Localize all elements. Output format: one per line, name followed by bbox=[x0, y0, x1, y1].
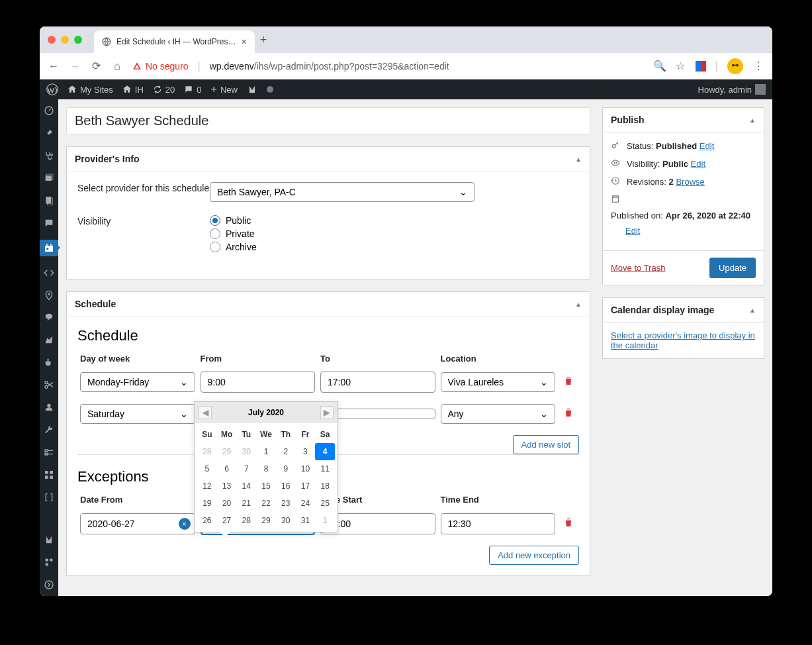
close-window-icon[interactable] bbox=[48, 36, 56, 44]
tools-icon[interactable] bbox=[42, 424, 56, 436]
providers-info-header[interactable]: Provider's Info ▲ bbox=[67, 147, 590, 172]
visibility-archive-radio[interactable]: Archive bbox=[210, 242, 474, 252]
my-sites-link[interactable]: My Sites bbox=[68, 85, 113, 95]
add-exception-button[interactable]: Add new exception bbox=[489, 546, 579, 565]
datepicker-day[interactable]: 19 bbox=[197, 495, 217, 512]
code-icon[interactable] bbox=[42, 267, 56, 279]
comments-icon[interactable] bbox=[42, 217, 56, 229]
zoom-icon[interactable]: 🔍 bbox=[653, 60, 665, 72]
blocks-icon[interactable] bbox=[42, 556, 56, 568]
from-time-input[interactable]: 9:00 bbox=[201, 372, 316, 393]
new-link[interactable]: +New bbox=[211, 83, 238, 95]
edit-date-link[interactable]: Edit bbox=[625, 226, 640, 236]
scissors-icon[interactable] bbox=[42, 379, 56, 391]
browse-revisions-link[interactable]: Browse bbox=[676, 177, 704, 187]
schedule-header[interactable]: Schedule ▲ bbox=[67, 292, 590, 317]
datepicker-day[interactable]: 21 bbox=[236, 495, 256, 512]
comments-link[interactable]: 0 bbox=[184, 85, 201, 95]
datepicker-day[interactable]: 28 bbox=[197, 443, 217, 460]
pages-icon[interactable] bbox=[42, 195, 56, 207]
home-button[interactable]: ⌂ bbox=[111, 60, 123, 72]
datepicker-day[interactable]: 1 bbox=[256, 443, 276, 460]
menu-icon[interactable]: ⋮ bbox=[752, 60, 764, 72]
calendar-image-header[interactable]: Calendar display image ▲ bbox=[603, 298, 764, 322]
collapse-icon[interactable]: ▲ bbox=[575, 301, 582, 308]
time-end-input[interactable]: 12:30 bbox=[441, 513, 556, 534]
to-time-input[interactable]: 17:00 bbox=[320, 372, 435, 393]
datepicker-day[interactable]: 17 bbox=[296, 477, 316, 495]
delete-row-button[interactable] bbox=[561, 517, 576, 530]
provider-select[interactable]: Beth Sawyer, PA-C ⌄ bbox=[210, 182, 474, 202]
browser-tab[interactable]: Edit Schedule ‹ IH — WordPres… × bbox=[94, 30, 255, 53]
edit-visibility-link[interactable]: Edit bbox=[691, 159, 705, 169]
datepicker-day[interactable]: 31 bbox=[296, 512, 316, 529]
media-icon[interactable] bbox=[42, 172, 56, 184]
status-dot-icon[interactable] bbox=[267, 86, 273, 93]
datepicker-day[interactable]: 9 bbox=[276, 460, 296, 477]
extension-icon[interactable] bbox=[696, 61, 706, 72]
security-indicator[interactable]: No seguro bbox=[132, 61, 189, 72]
stethoscope-icon[interactable] bbox=[42, 150, 56, 162]
plugins-icon[interactable] bbox=[42, 356, 56, 368]
appearance-icon[interactable] bbox=[42, 334, 56, 346]
datepicker-day[interactable]: 7 bbox=[236, 460, 256, 477]
datepicker-day[interactable]: 15 bbox=[256, 477, 276, 495]
datepicker-day[interactable]: 12 bbox=[197, 477, 217, 495]
datepicker-day[interactable]: 16 bbox=[276, 477, 296, 495]
schedule-icon[interactable] bbox=[40, 240, 58, 256]
datepicker-day[interactable]: 3 bbox=[296, 443, 316, 460]
grid-icon[interactable] bbox=[42, 469, 56, 481]
new-tab-button[interactable]: + bbox=[260, 33, 267, 47]
collapse-icon[interactable]: ▲ bbox=[575, 156, 582, 163]
datepicker-day[interactable]: 11 bbox=[315, 460, 335, 477]
wp-logo[interactable] bbox=[46, 83, 58, 95]
maximize-window-icon[interactable] bbox=[74, 36, 82, 44]
datepicker-day[interactable]: 13 bbox=[217, 477, 237, 495]
collapse-icon[interactable] bbox=[42, 579, 56, 591]
visibility-private-radio[interactable]: Private bbox=[210, 228, 474, 239]
visibility-public-radio[interactable]: Public bbox=[210, 215, 474, 226]
site-link[interactable]: IH bbox=[122, 85, 144, 95]
datepicker-day[interactable]: 26 bbox=[197, 512, 217, 529]
datepicker-day[interactable]: 30 bbox=[276, 512, 296, 529]
datepicker-day[interactable]: 22 bbox=[256, 495, 276, 512]
datepicker-day[interactable]: 5 bbox=[197, 460, 217, 477]
location-icon[interactable] bbox=[42, 289, 56, 301]
howdy-link[interactable]: Howdy, admin bbox=[698, 84, 766, 95]
datepicker-day[interactable]: 23 bbox=[276, 495, 296, 512]
location-select[interactable]: Any⌄ bbox=[441, 404, 556, 424]
close-tab-icon[interactable]: × bbox=[242, 36, 247, 47]
settings-icon[interactable] bbox=[42, 446, 56, 458]
post-title-input[interactable] bbox=[66, 107, 590, 134]
datepicker-day[interactable]: 29 bbox=[256, 512, 276, 529]
brackets-icon[interactable] bbox=[42, 491, 56, 503]
bookmark-icon[interactable]: ☆ bbox=[674, 60, 686, 72]
url-text[interactable]: wp.devenv/ihs/wp-admin/post.php?post=329… bbox=[210, 61, 644, 72]
datepicker-day[interactable]: 25 bbox=[315, 495, 335, 512]
datepicker-day[interactable]: 2 bbox=[276, 443, 296, 460]
day-select[interactable]: Monday-Friday⌄ bbox=[80, 372, 195, 392]
datepicker-prev-button[interactable]: ◀ bbox=[199, 406, 212, 419]
collapse-icon[interactable]: ▲ bbox=[749, 117, 756, 124]
datepicker-day[interactable]: 24 bbox=[296, 495, 316, 512]
publish-header[interactable]: Publish ▲ bbox=[603, 108, 764, 132]
back-button[interactable]: ← bbox=[48, 60, 60, 72]
datepicker-day[interactable]: 20 bbox=[217, 495, 237, 512]
datepicker-day[interactable]: 10 bbox=[296, 460, 316, 477]
datepicker-day[interactable]: 18 bbox=[315, 477, 335, 495]
clear-icon[interactable]: × bbox=[179, 518, 191, 530]
add-slot-button[interactable]: Add new slot bbox=[513, 435, 579, 454]
collapse-icon[interactable]: ▲ bbox=[749, 307, 756, 314]
users-icon[interactable] bbox=[42, 401, 56, 413]
datepicker-day[interactable]: 1 bbox=[315, 512, 335, 529]
datepicker-day[interactable]: 29 bbox=[217, 443, 237, 460]
forward-button[interactable]: → bbox=[69, 60, 81, 72]
datepicker-day[interactable]: 8 bbox=[256, 460, 276, 477]
datepicker-day[interactable]: 14 bbox=[236, 477, 256, 495]
feedback-icon[interactable] bbox=[42, 311, 56, 323]
profile-avatar[interactable] bbox=[727, 58, 743, 74]
move-to-trash-link[interactable]: Move to Trash bbox=[611, 263, 665, 273]
datepicker-day[interactable]: 28 bbox=[236, 512, 256, 529]
datepicker-day[interactable]: 6 bbox=[217, 460, 237, 477]
day-select[interactable]: Saturday⌄ bbox=[80, 404, 195, 424]
